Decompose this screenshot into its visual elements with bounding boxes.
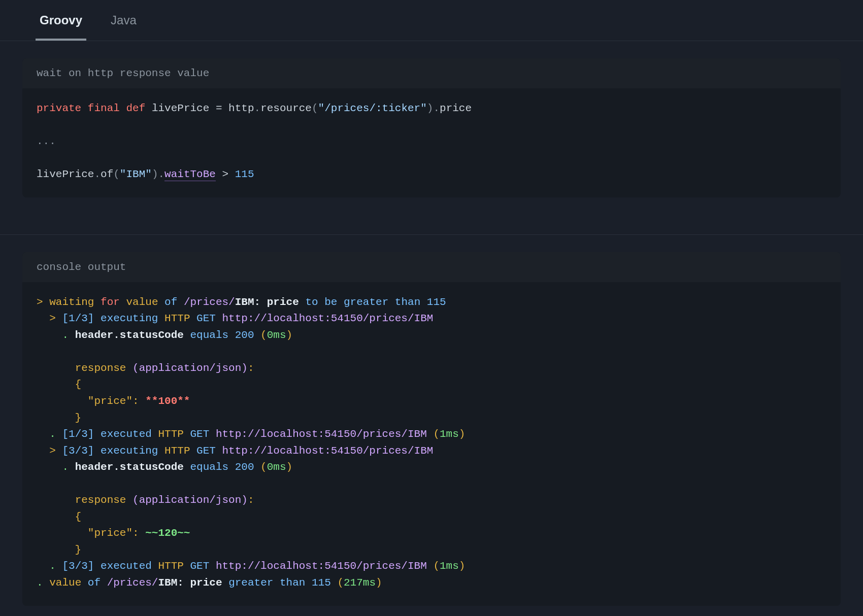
c: . [37, 329, 75, 341]
c: ( [433, 428, 440, 440]
c: response [75, 362, 132, 374]
c: IBM [158, 577, 177, 589]
c: > [37, 296, 49, 308]
c: ( [260, 461, 267, 473]
tab-groovy[interactable]: Groovy [36, 0, 86, 41]
c: 200 [235, 329, 260, 341]
c: : [177, 577, 190, 589]
c: executed [101, 428, 158, 440]
code-block-example: wait on http response value private fina… [22, 58, 841, 197]
c: to be [305, 296, 344, 308]
pun-dot4: . [158, 168, 164, 180]
c: greater than [228, 577, 312, 589]
c: header.statusCode [75, 461, 190, 473]
c: of [88, 577, 107, 589]
c-pass-value: ~~120~~ [145, 527, 190, 539]
c: . [37, 461, 75, 473]
language-tabs: Groovy Java [0, 0, 863, 41]
id-of: of [101, 168, 113, 180]
kw-final: final [88, 102, 120, 114]
c: ) [459, 560, 466, 572]
pun-dot3: . [94, 168, 101, 180]
c: 200 [235, 461, 260, 473]
c: GET [196, 313, 222, 324]
c: value [49, 577, 88, 589]
c: equals [190, 461, 235, 473]
c: ) [459, 428, 466, 440]
c: 0ms [267, 461, 286, 473]
c: /prices/ [107, 577, 158, 589]
c: of [164, 296, 184, 308]
c: ) [376, 577, 382, 589]
kw-def: def [126, 102, 145, 114]
section-divider [0, 215, 863, 235]
c: 1ms [440, 560, 459, 572]
c: http://localhost:54150/prices/IBM [216, 428, 433, 440]
c: equals [190, 329, 235, 341]
c: : [132, 395, 145, 407]
c: "price" [37, 527, 132, 539]
c [37, 494, 75, 506]
c: ) [286, 329, 293, 341]
pun-rp: ) [427, 102, 434, 114]
pun-lp2: ( [113, 168, 120, 180]
c: "price" [37, 395, 132, 407]
c: . [37, 428, 62, 440]
c: http://localhost:54150/prices/IBM [222, 445, 434, 457]
c: response [75, 494, 132, 506]
c: executing [101, 445, 164, 457]
kw-private: private [37, 102, 81, 114]
id-resource: resource [260, 102, 312, 114]
id-liveprice2: livePrice [37, 168, 94, 180]
pun-lp: ( [312, 102, 318, 114]
c-fail-value: **100** [145, 395, 190, 407]
ellipsis: ... [37, 135, 56, 147]
c: 115 [427, 296, 446, 308]
c: [3/3] [62, 445, 101, 457]
num-115: 115 [235, 168, 254, 180]
c: GET [190, 560, 215, 572]
page: Groovy Java wait on http response value … [0, 0, 863, 606]
c: : [248, 362, 254, 374]
op-gt: > [216, 168, 235, 180]
tab-java[interactable]: Java [107, 0, 141, 41]
str-path: "/prices/:ticker" [318, 102, 427, 114]
pun-dot: . [254, 102, 261, 114]
c: greater than [344, 296, 427, 308]
str-ibm: "IBM" [120, 168, 152, 180]
c: IBM [235, 296, 254, 308]
c: price [190, 577, 229, 589]
c: 1ms [440, 428, 459, 440]
c [37, 362, 75, 374]
c: (application/json) [132, 494, 248, 506]
c: executed [101, 560, 158, 572]
c: > [37, 445, 62, 457]
c: . [37, 577, 49, 589]
link-waittobe[interactable]: waitToBe [164, 168, 216, 181]
c: for [101, 296, 126, 308]
c: . [37, 560, 62, 572]
code-block-console: console output > waiting for value of /p… [22, 252, 841, 606]
pun-dot2: . [433, 102, 440, 114]
c: > [37, 313, 62, 324]
c: 115 [312, 577, 337, 589]
c: HTTP [164, 445, 196, 457]
c: ( [337, 577, 344, 589]
c: http://localhost:54150/prices/IBM [216, 560, 433, 572]
code-body: private final def livePrice = http.resou… [22, 88, 841, 197]
c: { [37, 379, 81, 390]
c: http://localhost:54150/prices/IBM [222, 313, 434, 324]
c: ( [433, 560, 440, 572]
c: } [37, 412, 81, 424]
console-body: > waiting for value of /prices/IBM: pric… [22, 282, 841, 606]
c: ) [286, 461, 293, 473]
c: : [132, 527, 145, 539]
c: { [37, 511, 81, 523]
id-price: price [440, 102, 472, 114]
pun-rp2: ) [152, 168, 158, 180]
id-liveprice: livePrice [152, 102, 209, 114]
c: executing [101, 313, 164, 324]
console-header: console output [22, 252, 841, 282]
c: } [37, 544, 81, 556]
op-eq: = [209, 102, 228, 114]
